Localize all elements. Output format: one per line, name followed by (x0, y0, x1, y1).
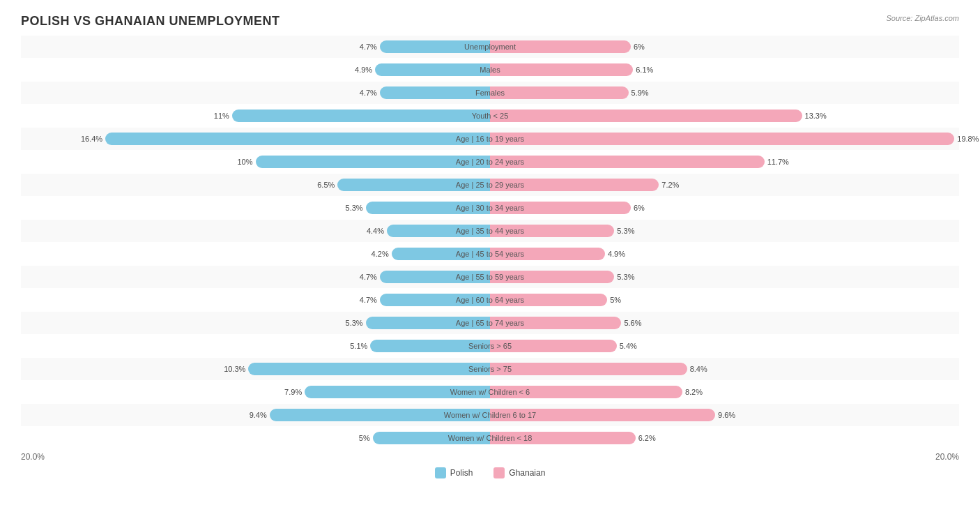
left-bar-wrapper: 7.9% (21, 381, 490, 403)
ghanaian-value: 11.7% (767, 158, 789, 166)
chart-row: 7.9%Women w/ Children < 68.2% (21, 381, 959, 403)
right-bar-wrapper: 5.9% (490, 82, 959, 104)
polish-bar: 9.4% (270, 409, 490, 421)
ghanaian-bar: 5.3% (490, 271, 614, 283)
polish-value: 4.7% (360, 43, 377, 51)
chart-header: Polish vs Ghanaian Unemployment Source: … (21, 14, 959, 29)
axis-right-label: 20.0% (935, 452, 959, 462)
legend-polish-label: Polish (450, 468, 473, 478)
chart-row: 11%Youth < 2513.3% (21, 105, 959, 127)
ghanaian-bar: 5.6% (490, 317, 621, 329)
polish-value: 5.1% (350, 342, 367, 350)
chart-row: 5%Women w/ Children < 186.2% (21, 427, 959, 449)
right-bar-wrapper: 5.6% (490, 312, 959, 334)
right-bar-wrapper: 6.1% (490, 59, 959, 81)
polish-bar: 4.7% (380, 271, 490, 283)
left-bar-wrapper: 11% (21, 105, 490, 127)
chart-title: Polish vs Ghanaian Unemployment (21, 14, 280, 29)
chart-row: 4.7%Age | 60 to 64 years5% (21, 289, 959, 311)
ghanaian-bar: 5.9% (490, 86, 629, 99)
chart-row: 4.4%Age | 35 to 44 years5.3% (21, 220, 959, 242)
chart-row: 5.1%Seniors > 655.4% (21, 335, 959, 357)
axis-left-label: 20.0% (21, 452, 45, 462)
ghanaian-value: 9.6% (718, 411, 735, 419)
right-bar-wrapper: 5.3% (490, 220, 959, 242)
left-bar-wrapper: 4.7% (21, 266, 490, 288)
polish-bar: 4.7% (380, 294, 490, 306)
ghanaian-value: 13.3% (805, 112, 827, 120)
chart-container: Polish vs Ghanaian Unemployment Source: … (0, 0, 980, 492)
polish-bar: 10.3% (248, 363, 490, 375)
right-bar-wrapper: 4.9% (490, 243, 959, 265)
polish-value: 4.2% (372, 250, 389, 258)
polish-bar: 4.4% (387, 225, 490, 237)
right-bar-wrapper: 8.2% (490, 381, 959, 403)
ghanaian-value: 5.3% (617, 273, 634, 281)
left-bar-wrapper: 4.2% (21, 243, 490, 265)
ghanaian-bar: 6.1% (490, 63, 633, 76)
legend-ghanaian: Ghanaian (493, 467, 545, 478)
axis-labels: 20.0% 20.0% (21, 452, 959, 462)
left-bar-wrapper: 4.4% (21, 220, 490, 242)
polish-bar: 4.7% (380, 86, 490, 99)
right-bar-wrapper: 7.2% (490, 174, 959, 196)
polish-value: 10% (237, 158, 252, 166)
legend: Polish Ghanaian (21, 467, 959, 478)
right-bar-wrapper: 5.4% (490, 335, 959, 357)
polish-bar: 5.3% (366, 202, 490, 214)
polish-value: 4.9% (355, 66, 372, 74)
ghanaian-value: 4.9% (608, 250, 625, 258)
polish-value: 4.7% (360, 296, 377, 304)
left-bar-wrapper: 4.7% (21, 289, 490, 311)
right-bar-wrapper: 8.4% (490, 358, 959, 380)
right-bar-wrapper: 5% (490, 289, 959, 311)
chart-row: 6.5%Age | 25 to 29 years7.2% (21, 174, 959, 196)
chart-row: 5.3%Age | 30 to 34 years6% (21, 197, 959, 219)
ghanaian-value: 8.4% (690, 365, 707, 373)
left-bar-wrapper: 10% (21, 151, 490, 173)
ghanaian-bar: 19.8% (490, 133, 954, 145)
legend-ghanaian-label: Ghanaian (509, 468, 545, 478)
chart-row: 5.3%Age | 65 to 74 years5.6% (21, 312, 959, 334)
left-bar-wrapper: 6.5% (21, 174, 490, 196)
ghanaian-bar: 5.3% (490, 225, 614, 237)
ghanaian-value: 5% (610, 296, 621, 304)
left-bar-wrapper: 16.4% (21, 128, 490, 150)
ghanaian-bar: 13.3% (490, 110, 802, 122)
left-bar-wrapper: 4.9% (21, 59, 490, 81)
polish-bar: 7.9% (305, 386, 490, 398)
ghanaian-bar: 6% (490, 40, 631, 53)
right-bar-wrapper: 9.6% (490, 404, 959, 426)
polish-value: 11% (214, 112, 229, 120)
polish-bar: 4.9% (375, 63, 490, 76)
chart-row: 10%Age | 20 to 24 years11.7% (21, 151, 959, 173)
polish-value: 10.3% (224, 365, 245, 373)
ghanaian-value: 6.1% (636, 66, 653, 74)
ghanaian-bar: 8.4% (490, 363, 687, 375)
right-bar-wrapper: 5.3% (490, 266, 959, 288)
ghanaian-bar: 8.2% (490, 386, 682, 398)
chart-row: 9.4%Women w/ Children 6 to 179.6% (21, 404, 959, 426)
ghanaian-value: 5.4% (620, 342, 637, 350)
chart-row: 4.7%Age | 55 to 59 years5.3% (21, 266, 959, 288)
left-bar-wrapper: 9.4% (21, 404, 490, 426)
chart-row: 4.9%Males6.1% (21, 59, 959, 81)
legend-polish: Polish (435, 467, 473, 478)
chart-source: Source: ZipAtlas.com (886, 14, 959, 22)
left-bar-wrapper: 10.3% (21, 358, 490, 380)
polish-value: 5.3% (346, 319, 363, 327)
polish-value: 4.7% (360, 273, 377, 281)
ghanaian-bar: 4.9% (490, 248, 605, 260)
polish-bar: 4.7% (380, 40, 490, 53)
chart-row: 16.4%Age | 16 to 19 years19.8% (21, 128, 959, 150)
ghanaian-value: 6% (634, 204, 645, 212)
polish-value: 6.5% (317, 181, 335, 189)
right-bar-wrapper: 11.7% (490, 151, 959, 173)
polish-bar: 5.3% (366, 317, 490, 329)
ghanaian-bar: 6% (490, 202, 631, 214)
polish-value: 4.7% (360, 89, 377, 97)
left-bar-wrapper: 5% (21, 427, 490, 449)
ghanaian-bar: 7.2% (490, 179, 659, 191)
polish-bar: 4.2% (392, 248, 490, 260)
polish-value: 5.3% (346, 204, 363, 212)
